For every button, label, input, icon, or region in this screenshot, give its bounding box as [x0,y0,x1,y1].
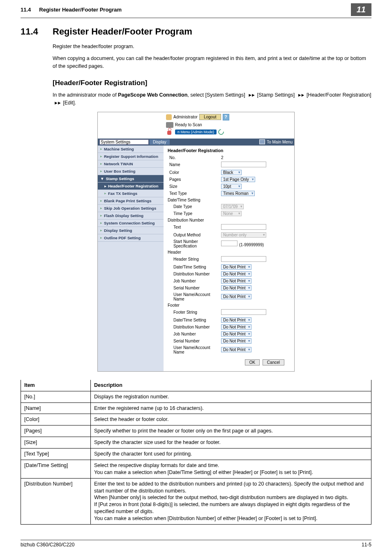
f-jobnum-select[interactable]: Do Not Print [221,331,251,337]
th-desc: Description [91,380,371,391]
f-datetime-select[interactable]: Do Not Print [221,317,251,323]
item-cell: [Size] [21,437,91,449]
intro-2: When copying a document, you can call th… [53,55,371,70]
desc-cell: Enter the text to be added to the distri… [91,478,371,524]
footer-group-label: Footer [168,303,221,308]
size-select[interactable]: 10pt [221,184,242,189]
f-username-label: User Name/Account Name [168,345,221,354]
admin-icon [166,114,172,120]
sidebar: ▸Machine Setting ▸Register Support Infor… [98,146,164,371]
text-input[interactable] [221,224,266,230]
sidebar-item-fax-tx[interactable]: ▸Fax TX Settings [98,190,164,197]
desc-cell: Select the respective display formats fo… [91,460,371,478]
f-serial-select[interactable]: Do Not Print [221,338,251,344]
help-button[interactable]: ? [223,114,229,120]
output-method-label: Output Method [168,233,221,237]
table-row: [Distribution Number]Enter the text to b… [21,478,371,524]
footer-string-label: Footer String [168,310,221,314]
pages-select[interactable]: 1st Page Only [221,177,255,182]
time-type-select: None [221,211,242,216]
sidebar-item-skip-job[interactable]: ▸Skip Job Operation Settings [98,205,164,212]
sidebar-item-user-box[interactable]: ▸User Box Setting [98,168,164,175]
h-username-select[interactable]: Do Not Print [221,294,251,299]
header-group-label: Header [168,250,221,254]
intro-1: Register the header/footer program. [53,43,371,51]
start-number-range: (1-99999999) [239,243,264,247]
time-type-label: Time Type [168,211,221,216]
table-row: [No.]Displays the registration number. [21,391,371,402]
h-distnum-label: Distribution Number [168,272,221,276]
header-string-input[interactable] [221,256,266,262]
start-number-label: Start Number Specification [168,239,221,248]
start-number-input[interactable] [221,240,238,246]
f-distnum-select[interactable]: Do Not Print [221,324,251,330]
desc-cell: Specify the character size used for the … [91,437,371,449]
logout-button[interactable]: Logout [199,114,221,120]
description-table: Item Description [No.]Displays the regis… [21,380,371,525]
distribution-number-label: Distribution Number [168,218,221,222]
name-input[interactable] [221,162,266,167]
section-heading: [Header/Footer Registration] [53,79,371,87]
date-type-label: Date Type [168,204,221,209]
h-distnum-select[interactable]: Do Not Print [221,271,251,277]
f-distnum-label: Distribution Number [168,325,221,329]
display-button[interactable]: Display [150,139,170,145]
sidebar-item-outline-pdf[interactable]: ▸Outline PDF Setting [98,234,164,242]
date-type-select: 07/1/'09 [221,204,244,209]
f-username-select[interactable]: Do Not Print [221,347,251,352]
sidebar-item-machine[interactable]: ▸Machine Setting [98,146,164,153]
ok-button[interactable]: OK [245,359,260,365]
to-main-menu-button[interactable]: To Main Menu [267,140,293,144]
page-title: 11.4Register Header/Footer Program [21,26,371,37]
text-label: Text [168,225,221,229]
h-serial-select[interactable]: Do Not Print [221,285,251,291]
refresh-icon[interactable] [217,128,225,136]
header-string-label: Header String [168,257,221,261]
color-select[interactable]: Black [221,170,242,175]
h-jobnum-select[interactable]: Do Not Print [221,278,251,284]
footer-right: 11-5 [362,542,371,548]
arrow-icon: ►► [54,100,60,105]
sidebar-item-display-setting[interactable]: ▸Display Setting [98,227,164,234]
table-row: [Size]Specify the character size used fo… [21,437,371,449]
sidebar-item-system-connection[interactable]: ▸System Connection Setting [98,220,164,227]
no-value: 2 [221,155,290,160]
sidebar-item-flash-display[interactable]: ▸Flash Display Setting [98,212,164,220]
main-panel: Header/Footer Registration No.2 Name Col… [164,146,294,371]
h-serial-label: Serial Number [168,286,221,290]
h-datetime-label: Date/Time Setting [168,265,221,269]
item-cell: [No.] [21,391,91,402]
item-cell: [Date/Time Setting] [21,460,91,478]
admin-screenshot: Administrator Logout ? Ready to Scan n M… [97,112,295,372]
item-cell: [Color] [21,414,91,426]
sidebar-item-blank-page[interactable]: ▸Blank Page Print Settings [98,197,164,205]
sidebar-item-register-support[interactable]: ▸Register Support Information [98,153,164,160]
ready-status: Ready to Scan [175,123,202,127]
desc-cell: Specify whether to print the header or f… [91,426,371,437]
item-cell: [Distribution Number] [21,478,91,524]
h-datetime-select[interactable]: Do Not Print [221,264,251,270]
sidebar-item-header-footer-reg[interactable]: ▸Header/Footer Registration [98,183,164,190]
chapter-box: 11 [351,3,371,16]
no-label: No. [168,155,221,160]
menu-mode-label: n Menu (Admin Mode) [175,130,217,134]
footer-string-input[interactable] [221,309,266,315]
cancel-button[interactable]: Cancel [263,359,284,365]
f-datetime-label: Date/Time Setting [168,318,221,322]
printer-icon [166,122,173,128]
main-menu-icon [259,139,265,144]
admin-label: Administrator [173,115,198,119]
h-jobnum-label: Job Number [168,279,221,283]
sidebar-item-stamp[interactable]: ▼Stamp Settings [98,175,164,183]
table-row: [Name]Enter the registered name (up to 1… [21,402,371,414]
text-type-label: Text Type [168,191,221,196]
text-type-select[interactable]: Times Roman [221,191,255,196]
desc-cell: Enter the registered name (up to 16 char… [91,402,371,414]
sidebar-item-network-twain[interactable]: ▸Network TWAIN [98,160,164,168]
category-select[interactable]: System Settings [99,139,149,145]
size-label: Size [168,184,221,189]
h-username-label: User Name/Account Name [168,292,221,301]
header-section-num: 11.4 [21,7,31,13]
table-row: [Pages]Specify whether to print the head… [21,426,371,437]
header-section-title: Register Header/Footer Program [39,7,350,13]
